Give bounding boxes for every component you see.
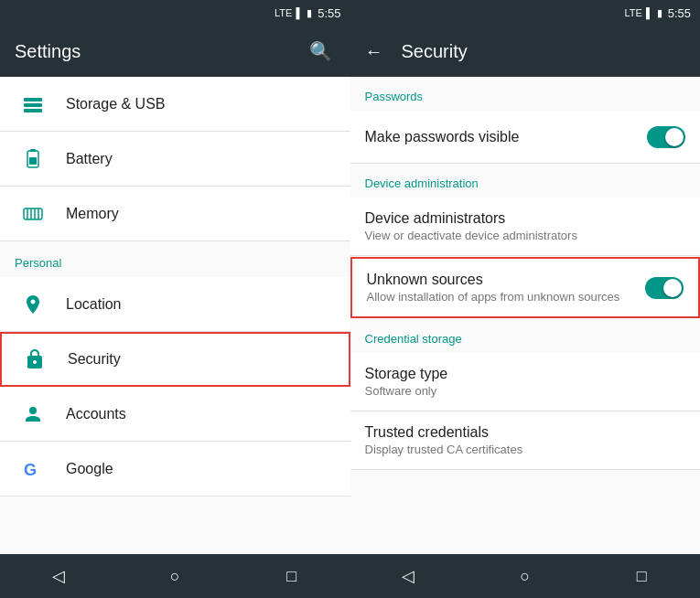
right-back-button[interactable]: ◁ <box>390 558 426 594</box>
storage-type-desc: Software only <box>365 384 686 398</box>
right-toolbar-title: Security <box>402 41 686 62</box>
right-status-bar: LTE ▌ ▮ 5:55 <box>350 0 701 26</box>
svg-rect-2 <box>24 109 42 112</box>
personal-section-header: Personal <box>0 241 350 277</box>
device-admin-section-header: Device administration <box>350 164 701 198</box>
storage-type-label: Storage type <box>365 366 686 382</box>
right-signal-icon: ▌ <box>646 7 653 18</box>
left-bottom-nav: ◁ ○ □ <box>0 554 350 598</box>
unknown-sources-label: Unknown sources <box>367 272 631 288</box>
right-toolbar: ← Security <box>350 26 701 77</box>
svg-rect-1 <box>24 103 42 107</box>
right-recents-button[interactable]: □ <box>623 558 660 594</box>
list-item-battery[interactable]: Battery <box>0 132 350 187</box>
left-recents-button[interactable]: □ <box>274 558 310 594</box>
left-list-body: Storage & USB Battery Memory Personal <box>0 77 350 554</box>
list-item-accounts[interactable]: Accounts <box>0 387 350 442</box>
memory-icon <box>15 203 51 225</box>
battery-icon: ▮ <box>307 7 312 19</box>
right-home-button[interactable]: ○ <box>507 558 544 594</box>
svg-rect-6 <box>24 208 42 219</box>
right-status-icons: LTE ▌ ▮ <box>625 7 662 19</box>
trusted-credentials-label: Trusted credentials <box>365 424 686 441</box>
list-item-memory[interactable]: Memory <box>0 187 350 241</box>
left-toolbar: Settings 🔍 <box>0 26 350 77</box>
list-item-security[interactable]: Security <box>0 332 350 387</box>
left-status-icons: LTE ▌ ▮ <box>275 7 312 19</box>
location-label: Location <box>66 296 122 313</box>
left-back-button[interactable]: ◁ <box>40 558 77 594</box>
svg-point-11 <box>29 407 37 414</box>
right-panel: LTE ▌ ▮ 5:55 ← Security Passwords Make p… <box>350 0 701 598</box>
device-administrators-item[interactable]: Device administrators View or deactivate… <box>350 198 701 256</box>
list-item-google[interactable]: G Google <box>0 442 350 497</box>
make-passwords-visible-toggle[interactable] <box>647 126 685 148</box>
trusted-credentials-desc: Display trusted CA certificates <box>365 443 686 456</box>
svg-text:G: G <box>24 461 37 479</box>
credential-storage-section-header: Credential storage <box>350 319 701 353</box>
storage-label: Storage & USB <box>66 96 166 112</box>
unknown-sources-item[interactable]: Unknown sources Allow installation of ap… <box>350 257 701 318</box>
device-administrators-desc: View or deactivate device administrators <box>365 229 686 242</box>
right-bottom-nav: ◁ ○ □ <box>350 554 701 598</box>
unknown-sources-desc: Allow installation of apps from unknown … <box>367 290 631 304</box>
battery-list-icon <box>15 148 51 170</box>
right-time: 5:55 <box>668 6 691 20</box>
make-passwords-visible-item[interactable]: Make passwords visible <box>350 111 701 164</box>
left-toolbar-title: Settings <box>15 41 306 62</box>
security-icon <box>16 348 53 370</box>
svg-rect-4 <box>30 149 36 152</box>
location-icon <box>15 294 51 315</box>
passwords-section-header: Passwords <box>350 77 701 111</box>
right-lte-icon: LTE <box>625 7 642 18</box>
list-item-location[interactable]: Location <box>0 277 350 332</box>
storage-icon <box>15 93 51 115</box>
device-administrators-label: Device administrators <box>365 210 686 227</box>
unknown-sources-toggle[interactable] <box>645 277 684 299</box>
left-status-bar: LTE ▌ ▮ 5:55 <box>0 0 350 26</box>
left-time: 5:55 <box>318 6 340 20</box>
search-button[interactable]: 🔍 <box>306 37 336 66</box>
battery-label: Battery <box>66 151 113 167</box>
lte-icon: LTE <box>275 7 292 18</box>
back-button[interactable]: ← <box>365 41 383 62</box>
accounts-icon <box>15 403 51 425</box>
list-item-storage[interactable]: Storage & USB <box>0 77 350 132</box>
security-label: Security <box>68 351 121 368</box>
google-icon: G <box>15 458 51 480</box>
right-scroll-area: Passwords Make passwords visible Device … <box>350 77 701 554</box>
make-passwords-visible-label: Make passwords visible <box>365 129 633 145</box>
left-home-button[interactable]: ○ <box>156 558 193 594</box>
google-label: Google <box>66 461 113 477</box>
trusted-credentials-item[interactable]: Trusted credentials Display trusted CA c… <box>350 411 701 470</box>
right-battery-icon: ▮ <box>657 7 662 19</box>
signal-icon: ▌ <box>296 7 303 18</box>
svg-rect-5 <box>29 157 37 165</box>
svg-rect-0 <box>24 98 42 101</box>
accounts-label: Accounts <box>66 406 126 422</box>
memory-label: Memory <box>66 206 119 222</box>
left-panel: LTE ▌ ▮ 5:55 Settings 🔍 Storage & USB Ba… <box>0 0 350 598</box>
storage-type-item[interactable]: Storage type Software only <box>350 353 701 411</box>
